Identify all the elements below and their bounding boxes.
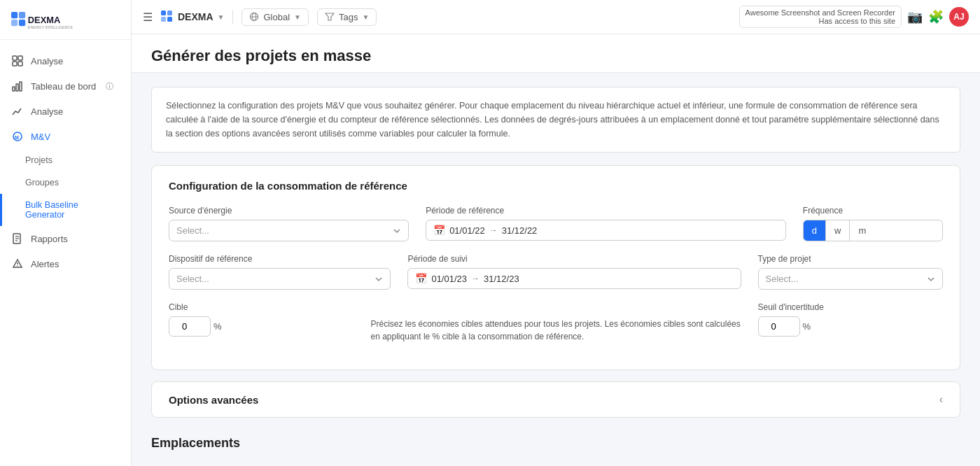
uncertainty-group: Seuil d'incertitude % [758, 302, 944, 337]
mv-icon: M [11, 130, 24, 143]
sidebar-item-rapports[interactable]: Rapports [0, 226, 131, 251]
project-type-group: Type de projet Select... [758, 254, 944, 290]
sidebar-item-label: Analyse [31, 56, 63, 66]
svg-rect-9 [18, 62, 22, 66]
svg-rect-1 [19, 12, 25, 18]
sidebar-item-tableau-de-bord[interactable]: Tableau de bord ⓘ [0, 73, 131, 99]
source-energie-placeholder: Select... [176, 225, 209, 236]
device-select-chevron-icon [374, 275, 383, 283]
target-group: Cible % [169, 302, 354, 337]
sidebar-item-label: M&V [31, 132, 50, 142]
sidebar-item-label: Bulk Baseline Generator [25, 200, 120, 220]
sidebar-item-label: Rapports [31, 234, 68, 244]
dexma-logo: DEXMA ENERGY INTELLIGENCE [11, 8, 88, 31]
sidebar-item-label: Groupes [25, 178, 59, 188]
svg-rect-7 [18, 56, 22, 60]
user-avatar[interactable]: AJ [949, 7, 969, 27]
sidebar-navigation: Analyse Tableau de bord ⓘ Analyse M M&V [0, 40, 131, 466]
extension-icon[interactable]: 🧩 [928, 9, 944, 24]
svg-text:ENERGY INTELLIGENCE: ENERGY INTELLIGENCE [28, 25, 74, 29]
ref-end-date: 31/12/22 [502, 225, 538, 236]
filter-icon [325, 12, 335, 22]
hamburger-icon[interactable]: ☰ [143, 10, 153, 24]
uncertainty-label: Seuil d'incertitude [758, 302, 944, 312]
freq-btn-m[interactable]: m [850, 220, 874, 241]
uncertainty-unit: % [803, 321, 811, 332]
options-card[interactable]: Options avancées ‹ [151, 381, 960, 418]
sidebar-item-label: Analyse [31, 106, 63, 117]
device-select[interactable]: Select... [169, 268, 391, 290]
emplacements-section: Emplacements [151, 429, 960, 451]
project-type-select[interactable]: Select... [758, 268, 944, 290]
svg-rect-10 [13, 87, 15, 91]
brand-name: DEXMA [178, 11, 214, 22]
svg-point-20 [17, 265, 18, 266]
track-end-date: 31/12/23 [484, 274, 519, 284]
track-calendar-icon: 📅 [415, 273, 427, 284]
sidebar-item-alertes[interactable]: Alertes [0, 251, 131, 276]
screenshot-icon[interactable]: 📷 [907, 9, 923, 24]
ref-period-range[interactable]: 📅 01/01/22 → 31/12/22 [426, 220, 786, 241]
sidebar-item-analyse[interactable]: Analyse [0, 48, 131, 73]
topbar: ☰ DEXMA ▼ Global ▼ Tags ▼ Awes [132, 0, 980, 34]
globe-icon [249, 12, 259, 22]
target-label: Cible [169, 302, 354, 312]
config-row-1: Source d'énergie Select... Période de ré… [169, 206, 943, 241]
project-type-placeholder: Select... [766, 274, 799, 284]
tracking-period-group: Période de suivi 📅 01/01/23 → 31/12/23 [407, 254, 741, 289]
config-row-3: Cible % Précisez les économies cibles at… [169, 302, 943, 343]
svg-text:M: M [15, 135, 19, 140]
brand-chevron-icon[interactable]: ▼ [218, 13, 225, 21]
svg-rect-12 [20, 82, 22, 91]
target-unit: % [214, 321, 222, 332]
tracking-period-label: Période de suivi [407, 254, 741, 264]
sidebar-item-label: Tableau de bord [31, 81, 96, 92]
device-placeholder: Select... [176, 274, 209, 284]
svg-rect-0 [11, 12, 18, 18]
main-body: Sélectionnez la configuration des projet… [132, 73, 980, 465]
emplacements-title: Emplacements [151, 429, 960, 451]
tooltip-line2: Has access to this site [746, 17, 895, 25]
sidebar-item-groupes[interactable]: Groupes [0, 171, 131, 194]
freq-btn-w[interactable]: w [826, 220, 850, 241]
topbar-divider [232, 10, 233, 24]
page-description: Sélectionnez la configuration des projet… [151, 87, 960, 153]
global-label: Global [263, 12, 290, 22]
tracking-period-range[interactable]: 📅 01/01/23 → 31/12/23 [407, 268, 741, 289]
svg-rect-24 [167, 17, 172, 22]
device-label: Dispositif de référence [169, 254, 391, 264]
track-start-date: 01/01/23 [431, 274, 467, 284]
device-group: Dispositif de référence Select... [169, 254, 391, 290]
ref-start-date: 01/01/22 [449, 225, 485, 236]
svg-rect-8 [13, 62, 17, 66]
sidebar-item-mv[interactable]: M M&V [0, 124, 131, 149]
global-selector[interactable]: Global ▼ [241, 8, 308, 26]
sidebar-item-projets[interactable]: Projets [0, 149, 131, 171]
target-input[interactable] [169, 316, 211, 337]
ptype-select-chevron-icon [927, 275, 935, 283]
options-title: Options avancées [169, 394, 258, 406]
options-chevron-icon: ‹ [939, 393, 943, 406]
config-card: Configuration de la consommation de réfé… [151, 165, 960, 370]
alertes-icon [11, 257, 24, 270]
sidebar-item-bulk-baseline[interactable]: Bulk Baseline Generator [0, 194, 131, 226]
date-arrow-icon: → [489, 225, 498, 235]
sidebar-item-analyse-sub[interactable]: Analyse [0, 99, 131, 124]
extension-tooltip: Awesome Screenshot and Screen Recorder H… [739, 6, 902, 28]
uncertainty-input[interactable] [758, 316, 800, 337]
source-energie-select[interactable]: Select... [169, 220, 409, 241]
global-chevron-icon: ▼ [294, 13, 301, 21]
config-row-2: Dispositif de référence Select... Périod… [169, 254, 943, 290]
brand-x-icon [161, 10, 174, 23]
topbar-right: Awesome Screenshot and Screen Recorder H… [739, 6, 969, 28]
tags-selector[interactable]: Tags ▼ [317, 8, 377, 26]
svg-rect-6 [13, 56, 17, 60]
target-note-text: Précisez les économies cibles attendues … [371, 315, 741, 343]
page-header: Générer des projets en masse [132, 34, 980, 73]
svg-rect-21 [161, 10, 166, 15]
calendar-icon: 📅 [433, 225, 445, 236]
freq-btn-d[interactable]: d [804, 220, 826, 241]
freq-buttons: d w m [803, 220, 943, 241]
info-icon: ⓘ [106, 81, 113, 92]
svg-rect-22 [167, 10, 172, 15]
